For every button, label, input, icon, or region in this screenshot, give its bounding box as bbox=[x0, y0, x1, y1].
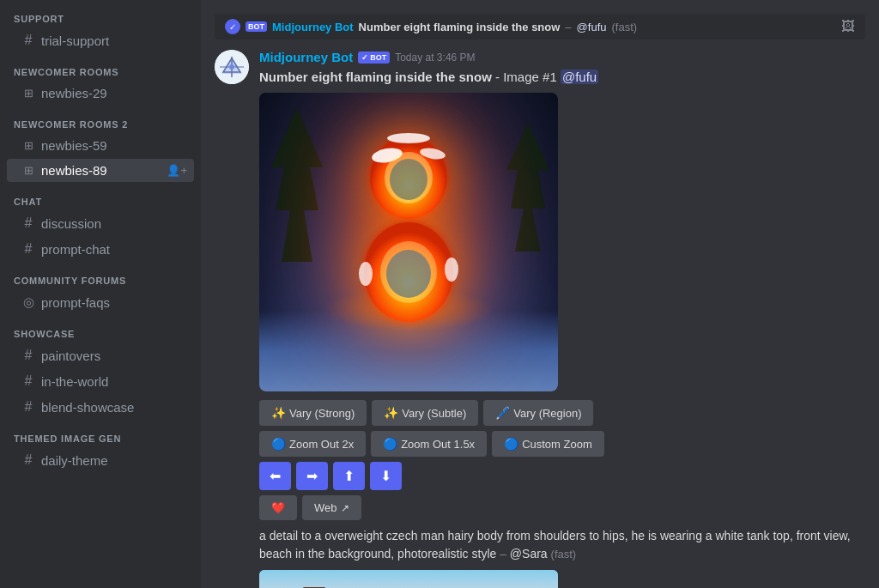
external-link-icon: ↗ bbox=[341, 502, 349, 514]
channel-label: in-the-world bbox=[41, 374, 108, 389]
bot-message: Midjourney Bot ✓ BOT Today at 3:46 PM Nu… bbox=[215, 50, 865, 588]
channel-paintovers[interactable]: # paintovers bbox=[7, 343, 194, 367]
bot-name-small: Midjourney Bot bbox=[272, 21, 354, 33]
arrow-down-icon: ⬇ bbox=[380, 468, 391, 484]
notification-speed: (fast) bbox=[611, 21, 637, 33]
mention-user[interactable]: @fufu bbox=[561, 70, 598, 84]
channel-label: prompt-faqs bbox=[41, 295, 110, 310]
channel-trial-support[interactable]: # trial-support bbox=[7, 28, 194, 52]
zoom-out-1-5x-button[interactable]: 🔵 Zoom Out 1.5x bbox=[371, 431, 487, 457]
next-image-preview bbox=[259, 570, 558, 588]
channel-daily-theme[interactable]: # daily-theme bbox=[7, 448, 194, 472]
bot-badge-small: BOT bbox=[246, 21, 267, 32]
web-button[interactable]: Web ↗ bbox=[302, 495, 361, 520]
svg-point-13 bbox=[387, 133, 430, 143]
main-content: ✓ BOT Midjourney Bot Number eight flamin… bbox=[201, 0, 879, 588]
section-showcase: SHOWCASE bbox=[0, 315, 201, 342]
checkmark-icon: ✓ bbox=[361, 53, 368, 62]
channel-prompt-faqs[interactable]: ◎ prompt-faqs bbox=[7, 290, 194, 314]
preview-bg bbox=[259, 570, 558, 588]
bot-username: Midjourney Bot bbox=[259, 50, 353, 64]
arrow-left-button[interactable]: ⬅ bbox=[259, 462, 291, 490]
forum-icon: ◎ bbox=[21, 294, 36, 310]
channel-newbies-59[interactable]: ⊞ newbies-59 bbox=[7, 134, 194, 157]
action-buttons: ✨ Vary (Strong) ✨ Vary (Subtle) 🖊️ Vary … bbox=[259, 400, 865, 520]
svg-marker-6 bbox=[271, 107, 323, 262]
thread-icon: ⊞ bbox=[21, 139, 36, 152]
section-chat: CHAT bbox=[0, 183, 201, 210]
svg-point-18 bbox=[380, 241, 437, 303]
notification-user: @fufu bbox=[577, 21, 607, 33]
button-row-4: ❤️ Web ↗ bbox=[259, 495, 865, 520]
web-label: Web bbox=[314, 501, 337, 514]
tree-left bbox=[271, 107, 323, 282]
sparkle-icon: ✨ bbox=[271, 406, 286, 420]
circle-icon: 🔵 bbox=[271, 437, 286, 451]
hash-icon: # bbox=[21, 215, 36, 231]
fire-eight-image bbox=[340, 119, 477, 342]
arrow-left-icon: ⬅ bbox=[270, 468, 281, 484]
channel-in-the-world[interactable]: # in-the-world bbox=[7, 369, 194, 393]
channel-label: trial-support bbox=[41, 33, 109, 48]
speed-tag: (fast) bbox=[551, 548, 577, 561]
svg-point-15 bbox=[359, 262, 373, 286]
image-label: - Image #1 bbox=[495, 70, 561, 84]
channel-label: paintovers bbox=[41, 349, 100, 363]
notification-separator: – bbox=[565, 21, 571, 33]
channel-prompt-chat[interactable]: # prompt-chat bbox=[7, 237, 194, 261]
arrow-up-icon: ⬆ bbox=[343, 468, 355, 484]
channel-discussion[interactable]: # discussion bbox=[7, 211, 194, 235]
bot-notification-bar: ✓ BOT Midjourney Bot Number eight flamin… bbox=[215, 14, 865, 39]
pen-icon: 🖊️ bbox=[495, 406, 510, 420]
arrow-right-button[interactable]: ➡ bbox=[296, 462, 328, 490]
mention-sara[interactable]: @Sara bbox=[510, 547, 548, 561]
tree-right bbox=[506, 123, 549, 263]
channel-label: blend-showcase bbox=[41, 400, 134, 415]
sidebar: SUPPORT # trial-support NEWCOMER ROOMS ⊞… bbox=[0, 0, 201, 588]
hash-icon: # bbox=[21, 241, 36, 257]
arrow-right-icon: ➡ bbox=[306, 468, 318, 484]
heart-button[interactable]: ❤️ bbox=[259, 495, 297, 520]
thread-icon: ⊞ bbox=[21, 164, 36, 177]
channel-label: discussion bbox=[41, 216, 101, 231]
custom-zoom-button[interactable]: 🔵 Custom Zoom bbox=[492, 431, 604, 457]
hash-icon: # bbox=[21, 348, 36, 363]
channel-newbies-89[interactable]: ⊞ newbies-89 👤+ bbox=[7, 159, 194, 182]
section-newcomer-rooms: NEWCOMER ROOMS bbox=[0, 53, 201, 81]
channel-label: newbies-59 bbox=[41, 138, 107, 153]
arrow-up-button[interactable]: ⬆ bbox=[333, 462, 365, 490]
channel-blend-showcase[interactable]: # blend-showcase bbox=[7, 395, 194, 419]
circle-icon: 🔵 bbox=[383, 437, 397, 451]
vary-strong-button[interactable]: ✨ Vary (Strong) bbox=[259, 400, 367, 426]
add-member-icon[interactable]: 👤+ bbox=[167, 164, 187, 177]
channel-label: daily-theme bbox=[41, 453, 108, 468]
next-message-text: a detail to a overweight czech man hairy… bbox=[259, 527, 865, 563]
message-body: Midjourney Bot ✓ BOT Today at 3:46 PM Nu… bbox=[259, 50, 865, 588]
button-row-3: ⬅ ➡ ⬆ ⬇ bbox=[259, 462, 865, 490]
section-themed-image-gen: THEMED IMAGE GEN bbox=[0, 420, 201, 447]
svg-marker-7 bbox=[506, 123, 549, 252]
circle-icon: 🔵 bbox=[504, 437, 518, 451]
channel-newbies-29[interactable]: ⊞ newbies-29 bbox=[7, 82, 194, 105]
timestamp: Today at 3:46 PM bbox=[395, 52, 475, 64]
image-icon: 🖼 bbox=[841, 19, 855, 34]
vary-region-button[interactable]: 🖊️ Vary (Region) bbox=[483, 400, 593, 426]
prompt-text: Number eight flaming inside the snow bbox=[259, 70, 492, 84]
sparkle-icon: ✨ bbox=[384, 406, 398, 420]
chat-area: ✓ BOT Midjourney Bot Number eight flamin… bbox=[201, 0, 879, 588]
separator: – bbox=[500, 547, 510, 561]
vary-subtle-button[interactable]: ✨ Vary (Subtle) bbox=[372, 400, 478, 426]
zoom-out-2x-button[interactable]: 🔵 Zoom Out 2x bbox=[259, 431, 366, 457]
bot-avatar-small: ✓ bbox=[225, 19, 240, 34]
message-header: Midjourney Bot ✓ BOT Today at 3:46 PM bbox=[259, 50, 865, 64]
svg-point-5 bbox=[229, 64, 234, 70]
svg-point-17 bbox=[385, 152, 433, 203]
button-row-1: ✨ Vary (Strong) ✨ Vary (Subtle) 🖊️ Vary … bbox=[259, 400, 865, 426]
channel-label: prompt-chat bbox=[41, 242, 110, 257]
button-row-2: 🔵 Zoom Out 2x 🔵 Zoom Out 1.5x 🔵 Custom Z… bbox=[259, 431, 865, 457]
svg-point-16 bbox=[445, 258, 458, 282]
message-text: Number eight flaming inside the snow - I… bbox=[259, 68, 865, 86]
hash-icon: # bbox=[21, 399, 36, 415]
section-support: SUPPORT bbox=[0, 0, 201, 27]
arrow-down-button[interactable]: ⬇ bbox=[370, 462, 402, 490]
